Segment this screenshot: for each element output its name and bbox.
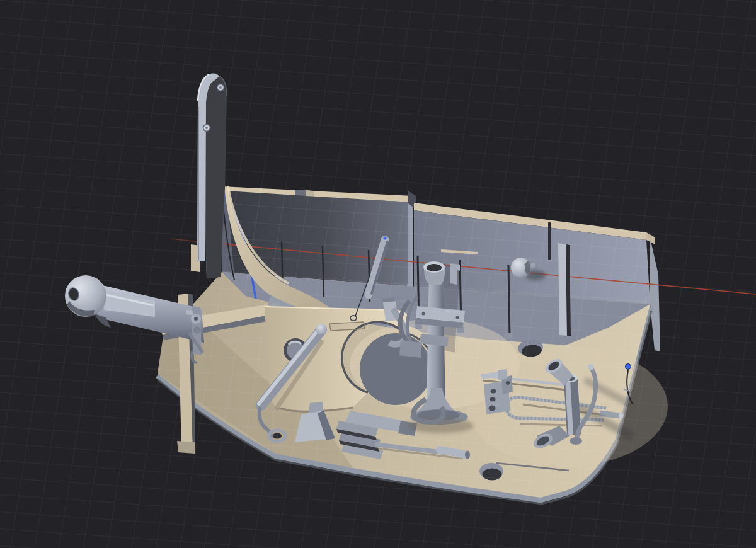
post-control-point [384,237,387,240]
viewport-stage[interactable] [0,0,756,548]
3d-viewport-canvas[interactable] [0,0,756,548]
deck-etched-slot [329,322,365,331]
stub-cylinder [600,413,620,416]
